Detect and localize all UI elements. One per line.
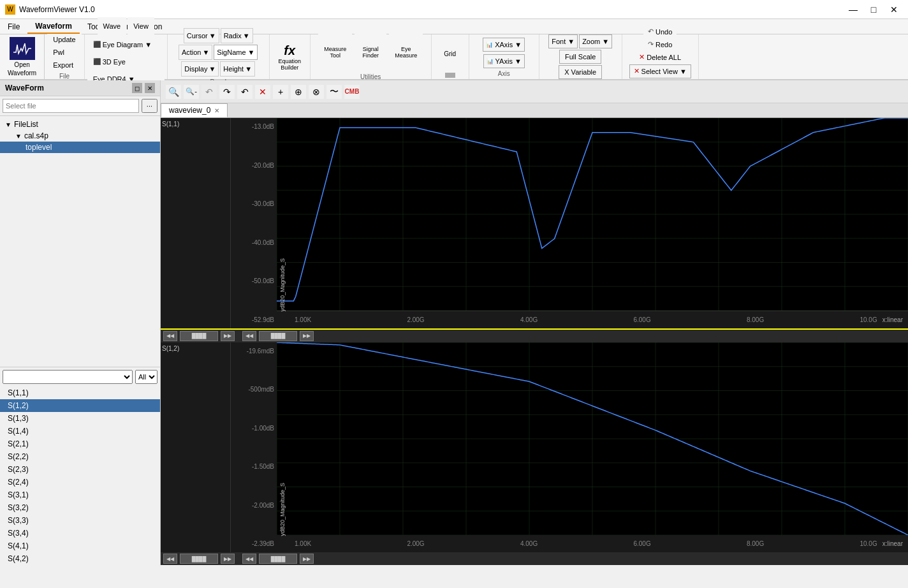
chart2-scroll2-left[interactable]: ◀◀ xyxy=(242,554,256,564)
update-button[interactable]: Update xyxy=(47,34,81,45)
back-button[interactable]: ↶ xyxy=(237,85,253,99)
ytick1-2: -20.0dB xyxy=(252,162,274,169)
close-button[interactable]: ✕ xyxy=(885,3,903,16)
file-browse-button[interactable]: ··· xyxy=(142,99,157,113)
file-select-input[interactable] xyxy=(3,99,139,113)
signal-finder-button[interactable]: Signal Finder xyxy=(355,33,386,71)
measure-tool-button[interactable]: Measure Tool xyxy=(318,33,352,71)
chart2-scroll2-thumb[interactable]: ████ xyxy=(259,554,297,564)
xvariable-button[interactable]: X Variable xyxy=(559,65,602,79)
chart1-scroll-row: ◀◀ ████ ▶▶ ◀◀ ████ ▶▶ xyxy=(161,330,908,342)
zoom-out-button[interactable]: 🔍- xyxy=(184,85,199,99)
utilities-row: Measure Tool Signal Finder Eye Measure xyxy=(318,33,423,71)
menu-file[interactable]: File xyxy=(0,19,27,34)
signal-s32[interactable]: S(3,2) xyxy=(0,501,160,514)
ytick2-3: -1.00dB xyxy=(252,425,274,432)
chart2-x-labels: 1.00K 2.00G 4.00G 6.00G 8.00G 10.0G xyxy=(289,540,882,547)
undo-toolbar-button[interactable]: ↶ xyxy=(201,85,217,99)
action-signame-row: Action ▼ SigName ▼ xyxy=(179,45,258,60)
snap-button[interactable]: ⊕ xyxy=(291,85,306,99)
cal-s4p-arrow: ▼ xyxy=(15,133,22,140)
wave-button2[interactable]: 〜 xyxy=(326,85,342,99)
chart1-minimap-canvas xyxy=(161,118,231,303)
fullscale-button[interactable]: Full Scale xyxy=(559,50,601,64)
snap2-button[interactable]: ⊗ xyxy=(309,85,324,99)
open-waveform-button[interactable]: Open Waveform xyxy=(0,34,45,79)
action-dropdown[interactable]: Action ▼ xyxy=(179,45,212,60)
signal-s12[interactable]: S(1,2) xyxy=(0,399,160,412)
signal-s13[interactable]: S(1,3) xyxy=(0,412,160,425)
signal-s23[interactable]: S(2,3) xyxy=(0,463,160,476)
display-dropdown[interactable]: Display ▼ xyxy=(181,61,219,77)
cmb-button[interactable]: CMB xyxy=(344,85,360,99)
maximize-button[interactable]: □ xyxy=(865,3,882,16)
xtick2-6: 10.0G xyxy=(860,540,877,547)
signal-s14[interactable]: S(1,4) xyxy=(0,425,160,437)
minimize-button[interactable]: — xyxy=(844,3,862,16)
view-button[interactable]: View xyxy=(128,17,154,35)
wave-button[interactable]: Wave xyxy=(98,17,127,35)
signal-filter-dropdown1[interactable] xyxy=(3,370,133,384)
panel-restore-button[interactable]: ◻ xyxy=(132,83,142,93)
signal-s33[interactable]: S(3,3) xyxy=(0,514,160,527)
signal-s31[interactable]: S(3,1) xyxy=(0,489,160,501)
redo-button[interactable]: ↷ Redo xyxy=(643,39,677,50)
cursor-dropdown[interactable]: Cursor ▼ xyxy=(184,28,219,43)
tab-close-icon[interactable]: ✕ xyxy=(214,107,219,114)
signal-s21[interactable]: S(2,1) xyxy=(0,437,160,450)
signal-s41[interactable]: S(4,1) xyxy=(0,540,160,552)
chart2-scroll-left[interactable]: ◀◀ xyxy=(163,554,177,564)
radix-label: Radix xyxy=(224,32,242,40)
chart1-scroll-thumb[interactable]: ████ xyxy=(180,331,218,341)
menu-waveform[interactable]: Waveform xyxy=(27,19,80,34)
ytick2-1: -19.6mdB xyxy=(247,348,274,355)
fullscale-row: Full Scale xyxy=(559,50,601,64)
signal-s11[interactable]: S(1,1) xyxy=(0,386,160,399)
yaxis-dropdown[interactable]: 📊 YAxis ▼ xyxy=(483,54,525,68)
undo-button[interactable]: ↶ Undo xyxy=(643,26,677,38)
eye-measure-button[interactable]: Eye Measure xyxy=(389,33,423,71)
file-select-row: ··· xyxy=(0,96,160,116)
xtick1-5: 8.00G xyxy=(747,316,764,323)
chart2-scroll-right[interactable]: ▶▶ xyxy=(221,554,235,564)
signal-s22[interactable]: S(2,2) xyxy=(0,450,160,463)
chart2-scroll-thumb[interactable]: ████ xyxy=(180,554,218,564)
eye-diagram-button[interactable]: ⬛ Eye Diagram ▼ xyxy=(87,36,165,53)
height-dropdown[interactable]: Height ▼ xyxy=(220,61,255,77)
delete-all-button[interactable]: ✕ Delete ALL xyxy=(634,52,685,63)
undo-row: ↶ Undo xyxy=(643,26,677,38)
stop-button[interactable]: ✕ xyxy=(255,85,270,99)
pwl-button[interactable]: Pwl xyxy=(47,47,81,58)
export-button[interactable]: Export xyxy=(47,59,81,71)
select-view-button[interactable]: ✕ Select View ▼ xyxy=(629,64,691,78)
equation-builder-button[interactable]: fx Equation Builder xyxy=(272,36,307,78)
redo-toolbar-button[interactable]: ↷ xyxy=(219,85,235,99)
font-dropdown[interactable]: Font ▼ xyxy=(548,34,578,48)
radix-dropdown[interactable]: Radix ▼ xyxy=(221,28,253,43)
wave-view-row: Wave View xyxy=(98,17,154,35)
chart1-scroll2-right[interactable]: ▶▶ xyxy=(300,331,314,341)
xaxis-dropdown[interactable]: 📊 XAxis ▼ xyxy=(483,38,525,52)
zoom-in-button[interactable]: 🔍 xyxy=(166,85,181,99)
signal-s42[interactable]: S(4,2) xyxy=(0,552,160,565)
tab-waveview0[interactable]: waveview_0 ✕ xyxy=(161,103,228,117)
signal-s24[interactable]: S(2,4) xyxy=(0,476,160,489)
signal-s34[interactable]: S(3,4) xyxy=(0,527,160,540)
signal-filter-dropdown2[interactable]: All xyxy=(135,370,157,384)
chart2-canvas-container: ydB20_Magnitude_S xyxy=(277,342,908,535)
add-button[interactable]: + xyxy=(273,85,288,99)
chart1-scroll2-thumb[interactable]: ████ xyxy=(259,331,297,341)
tree-cal-s4p[interactable]: ▼ cal.s4p xyxy=(0,130,160,142)
chart1-scroll-right[interactable]: ▶▶ xyxy=(221,331,235,341)
signame-dropdown[interactable]: SigName ▼ xyxy=(214,45,258,60)
chart1-scroll2-left[interactable]: ◀◀ xyxy=(242,331,256,341)
tree-toplevel[interactable]: toplevel xyxy=(0,142,160,153)
grid-button[interactable]: Grid xyxy=(434,36,466,71)
3d-eye-button[interactable]: ⬛ 3D Eye xyxy=(87,54,165,70)
chart2-scroll2-right[interactable]: ▶▶ xyxy=(300,554,314,564)
fullscale-label: Full Scale xyxy=(565,53,596,61)
zoom-dropdown[interactable]: Zoom ▼ xyxy=(579,34,612,48)
chart1-scroll-left[interactable]: ◀◀ xyxy=(163,331,177,341)
tree-filelist[interactable]: ▼ FileList xyxy=(0,119,160,130)
panel-close-button[interactable]: ✕ xyxy=(145,83,155,93)
